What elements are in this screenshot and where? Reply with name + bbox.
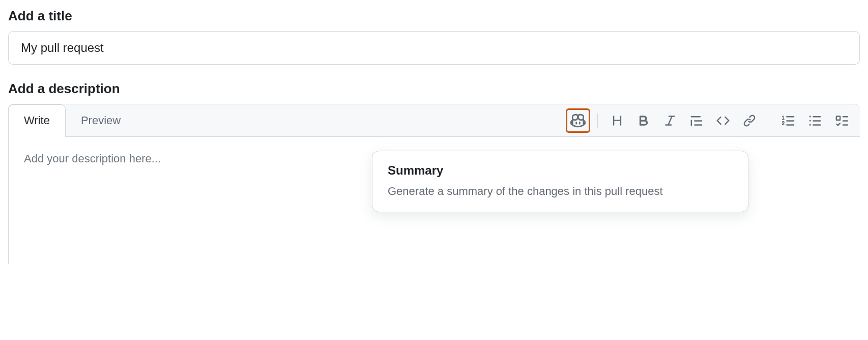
title-label: Add a title	[8, 8, 860, 24]
tab-preview[interactable]: Preview	[66, 105, 136, 136]
italic-button[interactable]	[658, 108, 682, 133]
quote-icon	[690, 114, 703, 127]
toolbar	[560, 104, 860, 136]
toolbar-divider	[769, 114, 769, 128]
task-list-button[interactable]	[829, 108, 854, 133]
quote-button[interactable]	[684, 108, 709, 133]
code-icon	[716, 114, 730, 127]
tabs-toolbar-row: Write Preview	[8, 104, 860, 137]
code-button[interactable]	[711, 108, 735, 133]
unordered-list-icon	[808, 114, 822, 127]
italic-icon	[663, 114, 677, 127]
bold-icon	[637, 114, 650, 127]
description-label: Add a description	[8, 81, 860, 97]
heading-icon	[611, 114, 624, 127]
copilot-icon	[570, 113, 586, 128]
editor-container: Write Preview	[8, 104, 860, 264]
unordered-list-button[interactable]	[803, 108, 827, 133]
popup-description: Generate a summary of the changes in thi…	[388, 183, 733, 200]
link-button[interactable]	[737, 108, 762, 133]
link-icon	[743, 114, 756, 127]
popup-title: Summary	[388, 163, 733, 178]
title-input[interactable]	[8, 31, 860, 65]
tabs: Write Preview	[9, 104, 136, 136]
tab-write[interactable]: Write	[8, 104, 66, 137]
copilot-button[interactable]	[566, 108, 590, 133]
bold-button[interactable]	[631, 108, 656, 133]
ordered-list-icon	[782, 114, 795, 127]
task-list-icon	[835, 114, 848, 127]
ordered-list-button[interactable]	[776, 108, 801, 133]
toolbar-divider	[597, 114, 598, 128]
copilot-popup[interactable]: Summary Generate a summary of the change…	[372, 151, 748, 212]
heading-button[interactable]	[605, 108, 629, 133]
